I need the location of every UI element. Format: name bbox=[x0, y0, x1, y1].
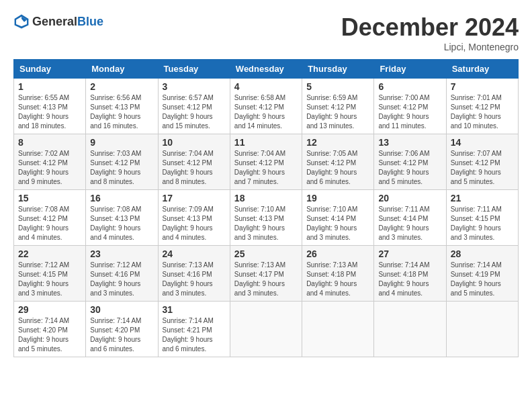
day-info: Sunrise: 6:55 AMSunset: 4:13 PMDaylight:… bbox=[18, 93, 81, 131]
day-info: Sunrise: 7:10 AMSunset: 4:14 PMDaylight:… bbox=[306, 205, 369, 242]
day-info: Sunrise: 6:56 AMSunset: 4:13 PMDaylight:… bbox=[90, 93, 153, 131]
day-info: Sunrise: 7:14 AMSunset: 4:19 PMDaylight:… bbox=[451, 261, 514, 298]
calendar: SundayMondayTuesdayWednesdayThursdayFrid… bbox=[13, 59, 519, 357]
day-header-thursday: Thursday bbox=[302, 60, 374, 79]
calendar-cell: 6Sunrise: 7:00 AMSunset: 4:12 PMDaylight… bbox=[374, 79, 446, 134]
calendar-cell bbox=[302, 302, 374, 357]
day-info: Sunrise: 7:09 AMSunset: 4:13 PMDaylight:… bbox=[163, 205, 226, 242]
calendar-cell: 5Sunrise: 6:59 AMSunset: 4:12 PMDaylight… bbox=[302, 79, 374, 134]
calendar-header-row: SundayMondayTuesdayWednesdayThursdayFrid… bbox=[14, 60, 519, 79]
calendar-week-row: 8Sunrise: 7:02 AMSunset: 4:12 PMDaylight… bbox=[14, 134, 519, 190]
logo-icon bbox=[13, 13, 30, 30]
calendar-cell: 3Sunrise: 6:57 AMSunset: 4:12 PMDaylight… bbox=[158, 79, 230, 134]
day-info: Sunrise: 7:08 AMSunset: 4:12 PMDaylight:… bbox=[18, 205, 81, 242]
day-number: 25 bbox=[234, 248, 298, 259]
calendar-cell: 12Sunrise: 7:05 AMSunset: 4:12 PMDayligh… bbox=[302, 134, 374, 190]
day-number: 30 bbox=[90, 304, 153, 315]
day-info: Sunrise: 6:59 AMSunset: 4:12 PMDaylight:… bbox=[306, 93, 369, 131]
day-number: 4 bbox=[234, 81, 298, 92]
day-number: 8 bbox=[18, 137, 81, 148]
calendar-cell: 17Sunrise: 7:09 AMSunset: 4:13 PMDayligh… bbox=[158, 190, 230, 246]
day-info: Sunrise: 6:57 AMSunset: 4:12 PMDaylight:… bbox=[163, 93, 226, 131]
calendar-cell: 2Sunrise: 6:56 AMSunset: 4:13 PMDaylight… bbox=[86, 79, 158, 134]
calendar-cell: 27Sunrise: 7:14 AMSunset: 4:18 PMDayligh… bbox=[374, 246, 446, 302]
logo-text: GeneralBlue bbox=[32, 15, 103, 29]
calendar-cell bbox=[446, 302, 518, 357]
calendar-cell: 8Sunrise: 7:02 AMSunset: 4:12 PMDaylight… bbox=[14, 134, 86, 190]
day-number: 13 bbox=[378, 137, 441, 148]
calendar-week-row: 1Sunrise: 6:55 AMSunset: 4:13 PMDaylight… bbox=[14, 79, 519, 134]
calendar-cell: 26Sunrise: 7:13 AMSunset: 4:18 PMDayligh… bbox=[302, 246, 374, 302]
day-number: 23 bbox=[90, 248, 153, 259]
day-header-friday: Friday bbox=[374, 60, 446, 79]
calendar-cell: 13Sunrise: 7:06 AMSunset: 4:12 PMDayligh… bbox=[374, 134, 446, 190]
day-info: Sunrise: 7:12 AMSunset: 4:15 PMDaylight:… bbox=[18, 261, 81, 298]
day-info: Sunrise: 7:04 AMSunset: 4:12 PMDaylight:… bbox=[163, 149, 226, 187]
calendar-cell: 20Sunrise: 7:11 AMSunset: 4:14 PMDayligh… bbox=[374, 190, 446, 246]
month-title: December 2024 bbox=[341, 13, 519, 42]
calendar-cell: 31Sunrise: 7:14 AMSunset: 4:21 PMDayligh… bbox=[158, 302, 230, 357]
calendar-cell: 18Sunrise: 7:10 AMSunset: 4:13 PMDayligh… bbox=[230, 190, 302, 246]
day-info: Sunrise: 7:10 AMSunset: 4:13 PMDaylight:… bbox=[234, 205, 298, 242]
day-info: Sunrise: 6:58 AMSunset: 4:12 PMDaylight:… bbox=[234, 93, 298, 131]
day-number: 26 bbox=[306, 248, 369, 259]
day-info: Sunrise: 7:11 AMSunset: 4:14 PMDaylight:… bbox=[378, 205, 441, 242]
logo-general: General bbox=[32, 15, 77, 28]
day-info: Sunrise: 7:04 AMSunset: 4:12 PMDaylight:… bbox=[234, 149, 298, 187]
day-number: 14 bbox=[451, 137, 514, 148]
day-number: 15 bbox=[18, 193, 81, 203]
day-number: 9 bbox=[90, 137, 153, 148]
day-number: 21 bbox=[451, 193, 514, 203]
calendar-cell: 4Sunrise: 6:58 AMSunset: 4:12 PMDaylight… bbox=[230, 79, 302, 134]
calendar-cell: 7Sunrise: 7:01 AMSunset: 4:12 PMDaylight… bbox=[446, 79, 518, 134]
day-number: 2 bbox=[90, 81, 153, 92]
calendar-cell: 30Sunrise: 7:14 AMSunset: 4:20 PMDayligh… bbox=[86, 302, 158, 357]
day-info: Sunrise: 7:03 AMSunset: 4:12 PMDaylight:… bbox=[90, 149, 153, 187]
calendar-cell: 25Sunrise: 7:13 AMSunset: 4:17 PMDayligh… bbox=[230, 246, 302, 302]
day-number: 20 bbox=[378, 193, 441, 203]
day-info: Sunrise: 7:12 AMSunset: 4:16 PMDaylight:… bbox=[90, 261, 153, 298]
day-info: Sunrise: 7:08 AMSunset: 4:13 PMDaylight:… bbox=[90, 205, 153, 242]
calendar-cell: 28Sunrise: 7:14 AMSunset: 4:19 PMDayligh… bbox=[446, 246, 518, 302]
day-info: Sunrise: 7:13 AMSunset: 4:18 PMDaylight:… bbox=[306, 261, 369, 298]
location: Lipci, Montenegro bbox=[341, 42, 519, 52]
logo: GeneralBlue bbox=[13, 13, 103, 30]
day-header-sunday: Sunday bbox=[14, 60, 86, 79]
calendar-week-row: 22Sunrise: 7:12 AMSunset: 4:15 PMDayligh… bbox=[14, 246, 519, 302]
day-number: 19 bbox=[306, 193, 369, 203]
calendar-cell: 9Sunrise: 7:03 AMSunset: 4:12 PMDaylight… bbox=[86, 134, 158, 190]
day-number: 27 bbox=[378, 248, 441, 259]
day-number: 31 bbox=[163, 304, 226, 315]
calendar-week-row: 15Sunrise: 7:08 AMSunset: 4:12 PMDayligh… bbox=[14, 190, 519, 246]
calendar-cell: 22Sunrise: 7:12 AMSunset: 4:15 PMDayligh… bbox=[14, 246, 86, 302]
day-info: Sunrise: 7:00 AMSunset: 4:12 PMDaylight:… bbox=[378, 93, 441, 131]
calendar-cell: 19Sunrise: 7:10 AMSunset: 4:14 PMDayligh… bbox=[302, 190, 374, 246]
calendar-cell: 15Sunrise: 7:08 AMSunset: 4:12 PMDayligh… bbox=[14, 190, 86, 246]
day-info: Sunrise: 7:06 AMSunset: 4:12 PMDaylight:… bbox=[378, 149, 441, 187]
day-number: 17 bbox=[163, 193, 226, 203]
day-number: 12 bbox=[306, 137, 369, 148]
calendar-cell bbox=[374, 302, 446, 357]
day-info: Sunrise: 7:07 AMSunset: 4:12 PMDaylight:… bbox=[451, 149, 514, 187]
day-number: 24 bbox=[163, 248, 226, 259]
day-info: Sunrise: 7:05 AMSunset: 4:12 PMDaylight:… bbox=[306, 149, 369, 187]
day-number: 1 bbox=[18, 81, 81, 92]
day-info: Sunrise: 7:14 AMSunset: 4:20 PMDaylight:… bbox=[18, 316, 81, 354]
day-number: 7 bbox=[451, 81, 514, 92]
day-info: Sunrise: 7:14 AMSunset: 4:21 PMDaylight:… bbox=[163, 316, 226, 354]
header: GeneralBlue December 2024 Lipci, Montene… bbox=[13, 13, 519, 52]
day-info: Sunrise: 7:11 AMSunset: 4:15 PMDaylight:… bbox=[451, 205, 514, 242]
day-header-monday: Monday bbox=[86, 60, 158, 79]
day-number: 5 bbox=[306, 81, 369, 92]
day-number: 3 bbox=[163, 81, 226, 92]
day-number: 22 bbox=[18, 248, 81, 259]
calendar-cell: 14Sunrise: 7:07 AMSunset: 4:12 PMDayligh… bbox=[446, 134, 518, 190]
day-number: 28 bbox=[451, 248, 514, 259]
calendar-cell: 24Sunrise: 7:13 AMSunset: 4:16 PMDayligh… bbox=[158, 246, 230, 302]
day-number: 29 bbox=[18, 304, 81, 315]
day-number: 16 bbox=[90, 193, 153, 203]
day-number: 10 bbox=[163, 137, 226, 148]
calendar-cell: 21Sunrise: 7:11 AMSunset: 4:15 PMDayligh… bbox=[446, 190, 518, 246]
calendar-cell: 16Sunrise: 7:08 AMSunset: 4:13 PMDayligh… bbox=[86, 190, 158, 246]
calendar-cell: 29Sunrise: 7:14 AMSunset: 4:20 PMDayligh… bbox=[14, 302, 86, 357]
